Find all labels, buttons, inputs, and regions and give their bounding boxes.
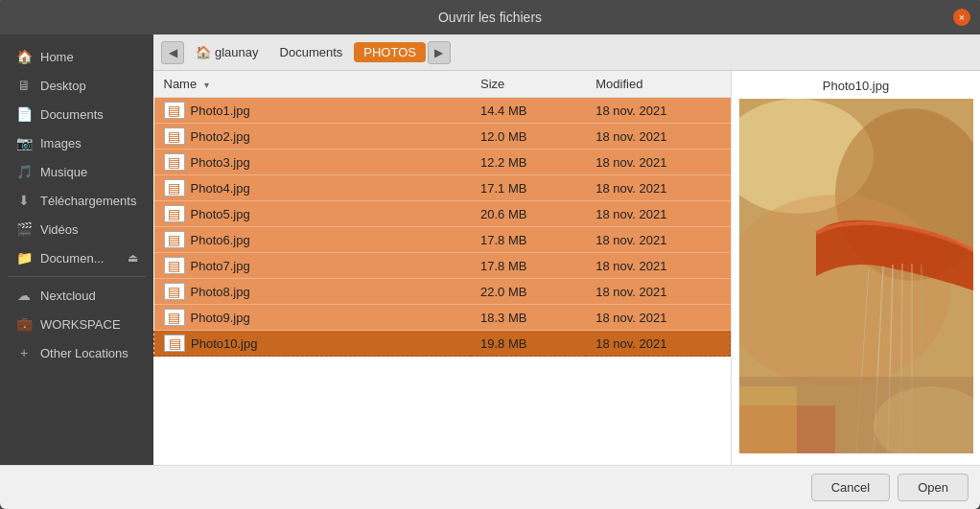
svg-rect-12 xyxy=(739,386,797,453)
file-modified-cell: 18 nov. 2021 xyxy=(586,201,730,227)
file-name: Photo9.jpg xyxy=(191,311,250,325)
close-button[interactable]: × xyxy=(953,9,970,26)
column-header-modified[interactable]: Modified xyxy=(586,71,730,98)
sidebar: 🏠Home🖥Desktop📄Documents📷Images🎵Musique⬇T… xyxy=(0,35,153,465)
sidebar-item-downloads[interactable]: ⬇Téléchargements xyxy=(4,187,150,214)
otherlocations-icon: + xyxy=(15,345,33,360)
documents-icon: 📄 xyxy=(15,106,33,122)
sidebar-item-workspace[interactable]: 💼WORKSPACE xyxy=(4,311,150,337)
eject-icon-documen[interactable]: ⏏ xyxy=(128,251,138,265)
file-modified-cell: 18 nov. 2021 xyxy=(586,279,730,305)
file-size-cell: 17.8 MB xyxy=(471,227,586,253)
table-row[interactable]: Photo6.jpg17.8 MB18 nov. 2021 xyxy=(154,227,731,253)
file-thumb-icon xyxy=(164,335,185,352)
sidebar-label-nextcloud: Nextcloud xyxy=(40,289,96,303)
file-thumb-icon xyxy=(164,102,185,119)
file-name: Photo7.jpg xyxy=(191,259,250,273)
music-icon: 🎵 xyxy=(15,164,33,179)
file-thumb-icon xyxy=(164,179,185,197)
file-name-cell: Photo3.jpg xyxy=(154,150,472,175)
breadcrumb-home-label: glaunay xyxy=(215,45,259,59)
file-modified-cell: 18 nov. 2021 xyxy=(586,150,730,175)
preview-panel: Photo10.jpg xyxy=(731,71,980,465)
table-header-row: Name ▾ Size Modified xyxy=(154,71,731,98)
sidebar-item-nextcloud[interactable]: ☁Nextcloud xyxy=(4,282,150,309)
sidebar-label-documen: Documen... xyxy=(40,251,104,266)
preview-svg xyxy=(739,99,973,453)
sidebar-label-images: Images xyxy=(40,136,82,150)
sidebar-item-home[interactable]: 🏠Home xyxy=(4,43,150,70)
file-table: Name ▾ Size Modified Photo1.jpg14.4 MB18… xyxy=(153,71,731,357)
file-modified-cell: 18 nov. 2021 xyxy=(586,98,730,124)
documen-icon: 📁 xyxy=(15,250,33,266)
table-row[interactable]: Photo1.jpg14.4 MB18 nov. 2021 xyxy=(154,98,731,124)
table-row[interactable]: Photo2.jpg12.0 MB18 nov. 2021 xyxy=(154,124,731,150)
preview-image xyxy=(739,99,973,453)
file-size-cell: 17.1 MB xyxy=(471,175,586,201)
title-bar: Ouvrir les fichiers × xyxy=(0,0,980,35)
nextcloud-icon: ☁ xyxy=(15,288,33,303)
file-size-cell: 19.8 MB xyxy=(471,331,586,357)
sidebar-item-music[interactable]: 🎵Musique xyxy=(4,158,150,185)
file-thumb-icon xyxy=(164,283,185,300)
sidebar-label-videos: Vidéos xyxy=(40,222,79,237)
sidebar-item-videos[interactable]: 🎬Vidéos xyxy=(4,216,150,243)
file-name: Photo10.jpg xyxy=(191,336,257,351)
table-row[interactable]: Photo10.jpg19.8 MB18 nov. 2021 xyxy=(154,331,731,357)
sidebar-label-documents: Documents xyxy=(40,107,104,122)
file-area: Name ▾ Size Modified Photo1.jpg14.4 MB18… xyxy=(153,71,980,465)
preview-filename: Photo10.jpg xyxy=(823,79,889,93)
file-modified-cell: 18 nov. 2021 xyxy=(586,227,730,253)
table-row[interactable]: Photo5.jpg20.6 MB18 nov. 2021 xyxy=(154,201,731,227)
table-row[interactable]: Photo8.jpg22.0 MB18 nov. 2021 xyxy=(154,279,731,305)
file-thumb-icon xyxy=(164,127,185,145)
table-row[interactable]: Photo9.jpg18.3 MB18 nov. 2021 xyxy=(154,305,731,331)
file-modified-cell: 18 nov. 2021 xyxy=(586,331,730,357)
table-row[interactable]: Photo7.jpg17.8 MB18 nov. 2021 xyxy=(154,253,731,279)
cancel-button[interactable]: Cancel xyxy=(811,474,890,501)
open-button[interactable]: Open xyxy=(898,474,968,501)
sidebar-label-music: Musique xyxy=(40,165,87,179)
file-name: Photo1.jpg xyxy=(191,104,250,118)
column-header-size[interactable]: Size xyxy=(471,71,586,98)
file-name: Photo5.jpg xyxy=(191,207,250,221)
home-icon: 🏠 xyxy=(15,49,33,64)
file-name-cell: Photo8.jpg xyxy=(154,279,472,305)
file-name: Photo3.jpg xyxy=(191,155,250,170)
file-list[interactable]: Name ▾ Size Modified Photo1.jpg14.4 MB18… xyxy=(153,71,731,465)
file-name: Photo2.jpg xyxy=(191,129,250,144)
file-modified-cell: 18 nov. 2021 xyxy=(586,124,730,150)
breadcrumb-bar: ◀ 🏠 glaunay Documents PHOTOS ▶ xyxy=(153,35,980,71)
file-name: Photo6.jpg xyxy=(191,233,250,247)
file-thumb-icon xyxy=(164,153,185,171)
sidebar-label-workspace: WORKSPACE xyxy=(40,317,121,332)
breadcrumb-documents[interactable]: Documents xyxy=(270,42,353,62)
file-size-cell: 12.0 MB xyxy=(471,124,586,150)
file-thumb-icon xyxy=(164,309,185,326)
file-name-cell: Photo9.jpg xyxy=(154,305,472,331)
breadcrumb-home[interactable]: 🏠 glaunay xyxy=(186,42,268,62)
column-header-name[interactable]: Name ▾ xyxy=(154,71,472,98)
table-row[interactable]: Photo3.jpg12.2 MB18 nov. 2021 xyxy=(154,150,731,175)
sidebar-item-documen[interactable]: 📁Documen...⏏ xyxy=(4,244,150,271)
file-name-cell: Photo1.jpg xyxy=(154,98,472,124)
sort-icon: ▾ xyxy=(204,80,209,90)
sidebar-label-home: Home xyxy=(40,50,74,64)
table-row[interactable]: Photo4.jpg17.1 MB18 nov. 2021 xyxy=(154,175,731,201)
file-name-cell: Photo7.jpg xyxy=(154,253,472,279)
sidebar-item-documents[interactable]: 📄Documents xyxy=(4,101,150,127)
file-thumb-icon xyxy=(164,257,185,274)
desktop-icon: 🖥 xyxy=(15,78,33,93)
sidebar-item-otherlocations[interactable]: +Other Locations xyxy=(4,339,150,366)
file-size-cell: 22.0 MB xyxy=(471,279,586,305)
breadcrumb-photos[interactable]: PHOTOS xyxy=(354,42,426,62)
file-modified-cell: 18 nov. 2021 xyxy=(586,175,730,201)
sidebar-item-desktop[interactable]: 🖥Desktop xyxy=(4,72,150,99)
nav-forward-button[interactable]: ▶ xyxy=(428,41,451,64)
nav-back-button[interactable]: ◀ xyxy=(161,41,184,64)
sidebar-item-images[interactable]: 📷Images xyxy=(4,129,150,156)
file-name-cell: Photo2.jpg xyxy=(154,124,472,150)
file-modified-cell: 18 nov. 2021 xyxy=(586,305,730,331)
file-thumb-icon xyxy=(164,205,185,222)
videos-icon: 🎬 xyxy=(15,221,33,237)
